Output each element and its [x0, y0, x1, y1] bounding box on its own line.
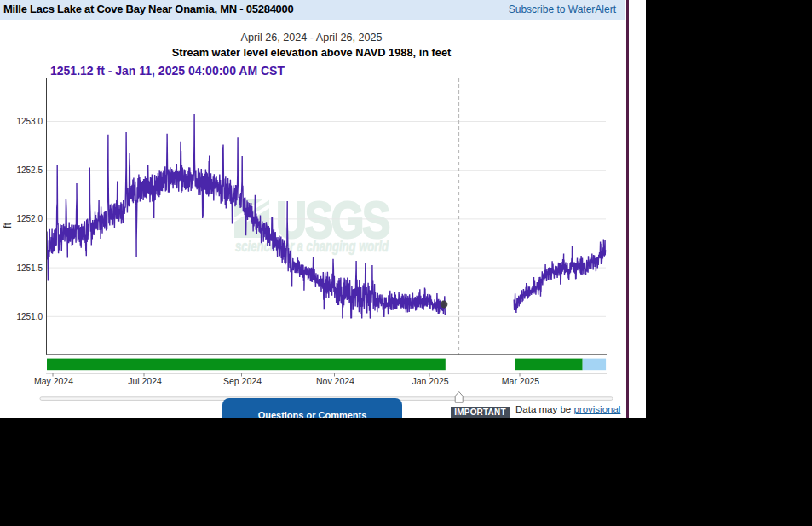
svg-text:Nov 2024: Nov 2024: [316, 376, 354, 386]
svg-text:May 2024: May 2024: [34, 376, 73, 386]
svg-text:ft: ft: [2, 223, 14, 228]
svg-text:Mar 2025: Mar 2025: [502, 376, 540, 386]
svg-text:1253.0: 1253.0: [16, 117, 43, 126]
svg-text:Sep 2024: Sep 2024: [223, 376, 262, 386]
svg-text:Jan 2025: Jan 2025: [412, 376, 448, 386]
svg-text:1251.0: 1251.0: [16, 312, 43, 321]
svg-text:1252.0: 1252.0: [16, 214, 43, 223]
svg-text:Jul 2024: Jul 2024: [128, 376, 162, 386]
svg-text:1252.5: 1252.5: [16, 165, 43, 175]
svg-text:science for a changing world: science for a changing world: [235, 238, 389, 255]
svg-text:1251.5: 1251.5: [16, 263, 43, 273]
